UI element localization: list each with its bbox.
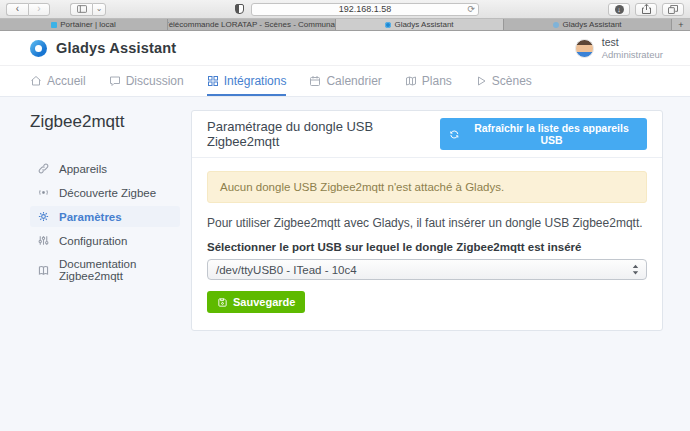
sidebar-item-label: Appareils <box>59 163 107 175</box>
sidebar-item-documentation[interactable]: Documentation Zigbee2mqtt <box>30 254 180 286</box>
history-buttons: ‹ › <box>6 3 50 16</box>
tab-label: Gladys Assistant <box>562 20 621 29</box>
download-icon: ↓ <box>615 5 624 14</box>
sidebar-item-label: Configuration <box>59 235 127 247</box>
tab-bar: Portainer | local Télécommande LORATAP -… <box>0 19 690 31</box>
avatar <box>575 39 594 58</box>
sidebar-toggle-group: ⌄ <box>70 3 106 16</box>
sidebar-item-decouverte[interactable]: Découverte Zigbee <box>30 182 180 203</box>
browser-toolbar: ‹ › ⌄ 192.168.1.58 ⟳ ↓ <box>0 0 690 19</box>
plus-icon: + <box>678 20 683 30</box>
tab-overview-button[interactable] <box>662 3 684 16</box>
save-button[interactable]: Sauvegarde <box>207 291 305 313</box>
sidebar-title: Zigbee2mqtt <box>30 112 180 132</box>
nav-item-scenes[interactable]: Scènes <box>475 66 532 96</box>
play-icon <box>475 75 487 87</box>
nav-label: Intégrations <box>224 74 287 88</box>
usb-port-select[interactable]: /dev/ttyUSB0 - ITead - 10c4 <box>207 259 647 280</box>
new-tab-button[interactable]: + <box>672 19 690 30</box>
tab-loratap-forum[interactable]: Télécommande LORATAP - Scènes - Communau… <box>168 19 336 30</box>
content-blocker-shield-icon[interactable] <box>235 4 244 14</box>
refresh-usb-button[interactable]: Rafraîchir la liste des appareils USB <box>440 118 647 150</box>
app-header: Gladys Assistant test Administrateur <box>0 31 690 66</box>
app-title[interactable]: Gladys Assistant <box>56 40 176 56</box>
gear-icon <box>37 210 50 223</box>
sidebar-item-label: Découverte Zigbee <box>59 187 156 199</box>
address-bar[interactable]: 192.168.1.58 ⟳ <box>251 3 479 16</box>
sliders-icon <box>37 234 50 247</box>
share-icon <box>642 4 651 14</box>
tab-portainer[interactable]: Portainer | local <box>0 19 168 30</box>
back-button[interactable]: ‹ <box>6 3 28 16</box>
forward-icon: › <box>37 4 40 14</box>
intro-text: Pour utiliser Zigbee2mqtt avec Gladys, i… <box>207 216 647 230</box>
nav-item-integrations[interactable]: Intégrations <box>207 66 287 96</box>
nav-item-accueil[interactable]: Accueil <box>30 66 86 96</box>
sidebar-item-label: Documentation Zigbee2mqtt <box>59 258 173 282</box>
refresh-button-label: Rafraîchir la liste des appareils USB <box>465 122 638 146</box>
chat-icon <box>109 75 121 87</box>
url-text: 192.168.1.58 <box>339 4 392 14</box>
card-body: Aucun dongle USB Zigbee2mqtt n'est attac… <box>192 158 662 330</box>
nav-label: Plans <box>422 74 452 88</box>
user-role: Administrateur <box>602 49 663 61</box>
card-title: Paramétrage du dongle USB Zigbee2mqtt <box>207 119 440 149</box>
card-header: Paramétrage du dongle USB Zigbee2mqtt Ra… <box>192 111 662 158</box>
sidebar-toggle-button[interactable] <box>70 3 92 16</box>
nav-item-plans[interactable]: Plans <box>405 66 452 96</box>
forward-button[interactable]: › <box>28 3 50 16</box>
chevron-down-icon: ⌄ <box>96 5 103 13</box>
select-arrows-icon <box>631 263 640 276</box>
tab-label: Portainer | local <box>60 20 115 29</box>
usb-port-label: Sélectionner le port USB sur lequel le d… <box>207 241 647 253</box>
main-nav: Accueil Discussion Intégrations Calendri… <box>0 66 690 97</box>
page-content: Zigbee2mqtt Appareils Découverte Zigbee … <box>0 97 690 431</box>
nav-label: Discussion <box>126 74 184 88</box>
map-icon <box>405 75 417 87</box>
signal-icon <box>37 186 50 199</box>
nav-label: Accueil <box>47 74 86 88</box>
nav-item-discussion[interactable]: Discussion <box>109 66 184 96</box>
reload-icon[interactable]: ⟳ <box>467 4 475 14</box>
sidebar-item-appareils[interactable]: Appareils <box>30 158 180 179</box>
downloads-button[interactable]: ↓ <box>608 3 630 16</box>
nav-label: Scènes <box>492 74 532 88</box>
save-icon <box>217 297 228 308</box>
link-icon <box>37 162 50 175</box>
integration-sidebar: Zigbee2mqtt Appareils Découverte Zigbee … <box>30 110 180 289</box>
nav-label: Calendrier <box>326 74 381 88</box>
user-name: test <box>602 36 663 49</box>
book-icon <box>37 264 50 277</box>
user-menu[interactable]: test Administrateur <box>575 36 663 61</box>
tab-label: Télécommande LORATAP - Scènes - Communau… <box>168 20 336 29</box>
gladys-logo-icon[interactable] <box>30 40 47 57</box>
sidebar-item-configuration[interactable]: Configuration <box>30 230 180 251</box>
sidebar-item-label: Paramètres <box>59 211 122 223</box>
no-dongle-alert: Aucun dongle USB Zigbee2mqtt n'est attac… <box>207 171 647 203</box>
home-icon <box>30 75 42 87</box>
calendar-icon <box>309 75 321 87</box>
settings-card: Paramétrage du dongle USB Zigbee2mqtt Ra… <box>191 110 663 331</box>
gladys-favicon-icon <box>385 22 391 28</box>
save-button-label: Sauvegarde <box>233 296 295 308</box>
portainer-favicon-icon <box>51 22 57 28</box>
refresh-icon <box>449 129 460 140</box>
share-button[interactable] <box>635 3 657 16</box>
sidebar-icon <box>77 5 87 13</box>
nav-item-calendrier[interactable]: Calendrier <box>309 66 381 96</box>
grid-icon <box>207 75 219 87</box>
sidebar-item-parametres[interactable]: Paramètres <box>30 206 180 227</box>
tab-gladys-active[interactable]: Gladys Assistant <box>336 19 504 30</box>
tab-gladys-2[interactable]: Gladys Assistant <box>504 19 672 30</box>
tab-overview-icon <box>668 5 678 14</box>
gladys-favicon-icon <box>553 22 559 28</box>
tab-label: Gladys Assistant <box>394 20 453 29</box>
sidebar-menu-button[interactable]: ⌄ <box>92 3 106 16</box>
usb-port-value: /dev/ttyUSB0 - ITead - 10c4 <box>216 264 631 276</box>
back-icon: ‹ <box>16 4 19 14</box>
